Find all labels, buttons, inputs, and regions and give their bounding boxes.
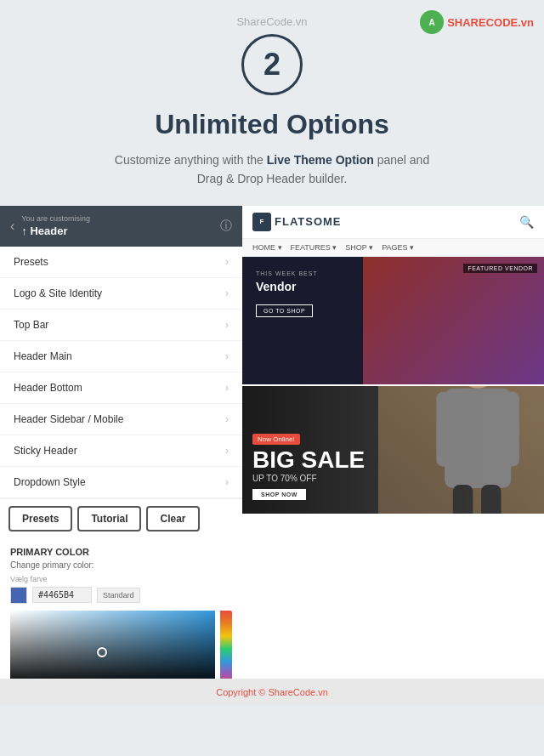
chevron-right-icon: › bbox=[225, 476, 229, 488]
footer: Copyright © ShareCode.vn bbox=[0, 679, 544, 706]
menu-item-sidebar-mobile[interactable]: Header Sidebar / Mobile › bbox=[0, 404, 242, 435]
svg-point-6 bbox=[453, 386, 503, 389]
menu-item-headermain[interactable]: Header Main › bbox=[0, 341, 242, 372]
right-panel: F FLATSOME 🔍 HOME ▾ FEATURES ▾ SHOP ▾ PA… bbox=[242, 206, 544, 679]
color-gradient bbox=[10, 611, 215, 679]
info-icon[interactable]: ⓘ bbox=[220, 219, 232, 234]
shop-now-sale-button[interactable]: SHOP NOW bbox=[252, 489, 306, 500]
color-cursor bbox=[97, 647, 107, 657]
flatsome-logo: F FLATSOME bbox=[252, 213, 342, 231]
nav-shop[interactable]: SHOP ▾ bbox=[345, 243, 373, 252]
menu-item-headerbottom[interactable]: Header Bottom › bbox=[0, 372, 242, 404]
color-type-badge: Standard bbox=[97, 588, 140, 603]
nav-home[interactable]: HOME ▾ bbox=[252, 243, 282, 252]
svg-rect-9 bbox=[499, 391, 518, 466]
featured-badge: FEATURED VENDOR bbox=[463, 264, 537, 273]
logo-label: SHARECODE.vn bbox=[447, 16, 534, 29]
color-hue-slider[interactable] bbox=[220, 611, 232, 679]
chevron-right-icon: › bbox=[225, 350, 229, 362]
sale-section: Now Online! BIG SALE UP TO 70% OFF SHOP … bbox=[242, 386, 544, 514]
page-title: Unlimited Options bbox=[17, 109, 527, 140]
main-content: PAGES ▾ BLOG ELEMENTS MY ACCOUNT THIS IS… bbox=[0, 206, 544, 679]
chevron-right-icon: › bbox=[225, 382, 229, 394]
flatsome-logo-text: FLATSOME bbox=[275, 215, 342, 228]
svg-rect-10 bbox=[453, 485, 473, 514]
customizer-header: ‹ You are customising ↑ Header ⓘ bbox=[0, 206, 242, 247]
customizer-buttons: Presets Tutorial Clear bbox=[0, 498, 242, 538]
color-change-label: Change primary color: bbox=[10, 560, 232, 570]
color-panel-title: PRIMARY COLOR bbox=[10, 547, 232, 557]
menu-item-presets[interactable]: Presets › bbox=[0, 247, 242, 278]
presets-button[interactable]: Presets bbox=[8, 506, 72, 531]
customizer-panel: ‹ You are customising ↑ Header ⓘ Presets… bbox=[0, 206, 242, 679]
menu-item-dropdown[interactable]: Dropdown Style › bbox=[0, 467, 242, 498]
vendor-goto-shop-button[interactable]: GO TO SHOP bbox=[256, 304, 313, 317]
vendor-card: FEATURED VENDOR This Week Best Vendor GO… bbox=[242, 257, 544, 384]
clear-button[interactable]: Clear bbox=[146, 506, 199, 531]
svg-rect-8 bbox=[436, 391, 456, 466]
chevron-right-icon: › bbox=[225, 256, 229, 268]
chevron-right-icon: › bbox=[225, 287, 229, 299]
hero-section: ShareCode.vn A SHARECODE.vn 2 Unlimited … bbox=[0, 0, 544, 206]
color-panel: PRIMARY COLOR Change primary color: Vælg… bbox=[0, 538, 242, 679]
step-number: 2 bbox=[264, 47, 280, 82]
customizer-menu: Presets › Logo & Site Identity › Top Bar… bbox=[0, 247, 242, 498]
nav-features[interactable]: FEATURES ▾ bbox=[291, 243, 337, 252]
svg-rect-11 bbox=[481, 485, 501, 514]
flatsome-header: F FLATSOME 🔍 bbox=[242, 206, 544, 239]
color-preview-swatch[interactable] bbox=[10, 587, 27, 604]
nav-pages[interactable]: PAGES ▾ bbox=[382, 243, 414, 252]
flatsome-logo-icon: F bbox=[252, 213, 271, 231]
color-hex-input[interactable] bbox=[32, 587, 92, 603]
vendor-image bbox=[363, 257, 544, 384]
customizer-subtitle: You are customising bbox=[21, 214, 213, 223]
flatsome-nav: HOME ▾ FEATURES ▾ SHOP ▾ PAGES ▾ bbox=[242, 239, 544, 257]
tutorial-button[interactable]: Tutorial bbox=[77, 506, 141, 531]
sale-image bbox=[378, 386, 544, 514]
chevron-right-icon: › bbox=[225, 319, 229, 331]
sale-subtitle: UP TO 70% OFF bbox=[252, 474, 365, 483]
watermark-text: ShareCode.vn bbox=[236, 15, 307, 28]
left-panel: PAGES ▾ BLOG ELEMENTS MY ACCOUNT THIS IS… bbox=[0, 206, 242, 679]
color-picker-label: Vælg farve bbox=[10, 575, 232, 583]
chevron-right-icon: › bbox=[225, 413, 229, 425]
big-sale-title: BIG SALE bbox=[252, 448, 365, 472]
menu-item-logo[interactable]: Logo & Site Identity › bbox=[0, 278, 242, 310]
subtitle: Customize anything with the Live Theme O… bbox=[102, 151, 442, 189]
color-input-row: Standard bbox=[10, 587, 232, 604]
step-circle: 2 bbox=[241, 34, 303, 95]
now-online-badge: Now Online! bbox=[252, 434, 300, 445]
chevron-right-icon: › bbox=[225, 445, 229, 457]
search-icon[interactable]: 🔍 bbox=[519, 215, 534, 229]
sharecode-branding: A SHARECODE.vn bbox=[420, 10, 534, 34]
customizer-title: ↑ Header bbox=[21, 225, 67, 237]
logo-icon: A bbox=[420, 10, 444, 34]
menu-item-topbar[interactable]: Top Bar › bbox=[0, 310, 242, 341]
back-button[interactable]: ‹ bbox=[10, 219, 14, 234]
color-picker-area[interactable] bbox=[10, 611, 232, 679]
sale-content: Now Online! BIG SALE UP TO 70% OFF SHOP … bbox=[252, 429, 365, 500]
menu-item-sticky-header[interactable]: Sticky Header › bbox=[0, 435, 242, 467]
